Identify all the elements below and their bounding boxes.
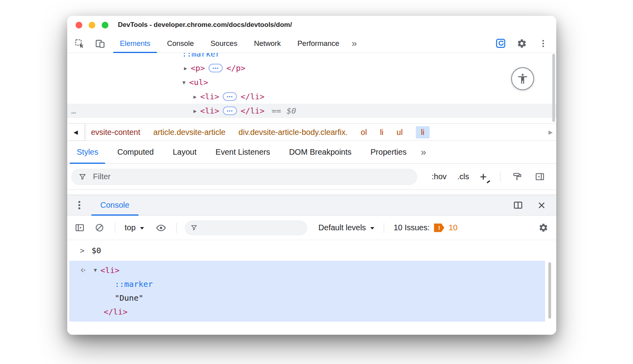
tab-elements[interactable]: Elements: [112, 34, 159, 53]
accessibility-overlay-button[interactable]: [511, 67, 534, 90]
minimize-window-button[interactable]: [89, 22, 95, 28]
drawer-menu-icon[interactable]: [74, 201, 84, 209]
toggle-sidebar-icon[interactable]: [534, 171, 546, 183]
breadcrumb-item[interactable]: evsite-content: [91, 128, 140, 137]
dom-tree-row-marker[interactable]: ::marker: [67, 53, 556, 61]
result-child-row[interactable]: ::marker: [69, 277, 545, 291]
live-expression-eye-icon[interactable]: [155, 222, 167, 234]
tab-performance[interactable]: Performance: [289, 34, 348, 53]
elements-panel: ::marker ▶ <p> ••• </p> ▼ <ul> ▶ <li> ••…: [67, 53, 556, 123]
zoom-window-button[interactable]: [102, 22, 108, 28]
scrollbar-thumb[interactable]: [548, 262, 551, 318]
filter-funnel-icon: [78, 173, 87, 181]
dom-tree-row-li-1[interactable]: ▶ <li> ••• </li>: [67, 89, 556, 104]
device-toolbar-icon[interactable]: [94, 38, 106, 49]
kebab-menu-icon[interactable]: [537, 38, 549, 49]
console-result-block[interactable]: ▼ <li> ::marker "Dune" </li>: [69, 261, 545, 322]
command-prompt-chevron: >: [80, 246, 84, 255]
tab-network[interactable]: Network: [246, 34, 289, 53]
panel-tabs: Elements Console Sources Network Perform…: [112, 34, 348, 53]
tab-styles[interactable]: Styles: [67, 141, 108, 163]
tab-console-drawer[interactable]: Console: [90, 195, 140, 215]
clear-console-icon[interactable]: [93, 222, 105, 234]
devtools-main-toolbar: Elements Console Sources Network Perform…: [67, 34, 556, 53]
tag-close: </li>: [241, 106, 264, 116]
styles-filter-input[interactable]: [92, 172, 410, 182]
console-messages: > $0 ▼ <li> ::marker "Dune" </li>: [67, 240, 556, 335]
console-drawer-header: Console: [67, 195, 556, 216]
console-settings-gear-icon[interactable]: [537, 222, 549, 234]
console-filter-field[interactable]: [185, 220, 307, 235]
divider: [176, 223, 177, 233]
drawer-gap: [67, 190, 556, 195]
breadcrumb: evsite-content article.devsite-article d…: [91, 126, 453, 138]
dom-tree-row-ul[interactable]: ▼ <ul>: [67, 75, 556, 89]
levels-dropdown-value: Default levels: [318, 223, 366, 232]
tab-layout[interactable]: Layout: [163, 141, 206, 163]
settings-gear-icon[interactable]: [516, 38, 528, 49]
tab-console[interactable]: Console: [159, 34, 202, 53]
dom-tree-row-p[interactable]: ▶ <p> ••• </p>: [67, 61, 556, 75]
tab-event-listeners[interactable]: Event Listeners: [206, 141, 280, 163]
breadcrumb-item-selected[interactable]: li: [416, 126, 430, 138]
breadcrumb-item[interactable]: ol: [361, 128, 367, 137]
console-command-row[interactable]: > $0: [67, 243, 556, 258]
split-panel-icon[interactable]: [512, 199, 524, 211]
expand-arrow-icon[interactable]: ▶: [190, 94, 200, 100]
tab-computed[interactable]: Computed: [108, 141, 163, 163]
new-style-rule-button[interactable]: +: [480, 171, 490, 183]
issues-label: 10 Issues:: [394, 223, 430, 232]
breadcrumb-item[interactable]: li: [380, 128, 383, 137]
text-child: "Dune": [115, 293, 143, 303]
tab-properties[interactable]: Properties: [361, 141, 416, 163]
expand-arrow-icon[interactable]: ▶: [180, 65, 191, 71]
result-node-row[interactable]: ▼ <li>: [69, 263, 545, 277]
inspect-element-icon[interactable]: [74, 38, 85, 49]
collapse-arrow-icon[interactable]: ▼: [94, 267, 97, 273]
filter-funnel-icon: [190, 224, 198, 232]
tab-sources[interactable]: Sources: [202, 34, 246, 53]
tag-close: </p>: [226, 63, 245, 73]
gutter-overflow-dots: …: [71, 106, 76, 116]
context-selector-dropdown[interactable]: top: [125, 223, 144, 232]
tag-open: <li>: [200, 92, 219, 101]
marker-pseudo-node[interactable]: ::marker: [182, 53, 220, 59]
issues-count: 10: [449, 223, 457, 232]
close-window-button[interactable]: [76, 22, 82, 28]
dom-tree-row-li-selected[interactable]: … ▶ <li> ••• </li> == $0: [67, 104, 556, 118]
divider: [384, 223, 384, 233]
inline-expand-button[interactable]: •••: [208, 64, 223, 72]
tag-close: </li>: [241, 92, 264, 101]
tag-open: <ul>: [189, 78, 208, 87]
reload-devtools-icon[interactable]: [495, 38, 506, 49]
scrollbar-thumb[interactable]: [552, 54, 555, 122]
window-title: DevTools - developer.chrome.com/docs/dev…: [118, 21, 292, 29]
expand-arrow-icon[interactable]: ▶: [190, 108, 200, 114]
inline-expand-button[interactable]: •••: [223, 106, 237, 115]
more-tabs-icon[interactable]: »: [416, 141, 431, 163]
issues-counter[interactable]: 10 Issues: ! 10: [394, 223, 457, 232]
console-filter-input[interactable]: [202, 223, 302, 233]
close-drawer-icon[interactable]: [536, 199, 548, 211]
console-sidebar-icon[interactable]: [74, 222, 85, 234]
inline-expand-button[interactable]: •••: [223, 92, 237, 101]
paint-roller-icon[interactable]: [511, 171, 523, 183]
breadcrumb-item[interactable]: div.devsite-article-body.clearfix.: [239, 128, 348, 137]
breadcrumb-scroll-left-icon[interactable]: ◀: [67, 124, 85, 140]
traffic-lights: [67, 22, 108, 28]
tab-dom-breakpoints[interactable]: DOM Breakpoints: [280, 141, 361, 163]
console-toolbar: top Default levels 10 Issues: ! 10: [67, 216, 556, 240]
tag-close: </li>: [104, 307, 127, 317]
breadcrumb-item[interactable]: article.devsite-article: [154, 128, 226, 137]
breadcrumb-scroll-right-icon[interactable]: ▶: [548, 129, 553, 135]
tag-open: <li>: [200, 106, 219, 116]
result-child-row[interactable]: "Dune": [69, 291, 545, 305]
result-close-row[interactable]: </li>: [69, 305, 545, 318]
more-panels-icon[interactable]: »: [348, 34, 361, 53]
element-classes-button[interactable]: .cls: [457, 172, 469, 181]
toggle-element-state-button[interactable]: :hov: [432, 172, 447, 181]
collapse-arrow-icon[interactable]: ▼: [179, 80, 189, 85]
breadcrumb-item[interactable]: ul: [396, 128, 403, 137]
styles-filter-field[interactable]: [71, 169, 417, 185]
levels-dropdown[interactable]: Default levels: [318, 223, 374, 232]
